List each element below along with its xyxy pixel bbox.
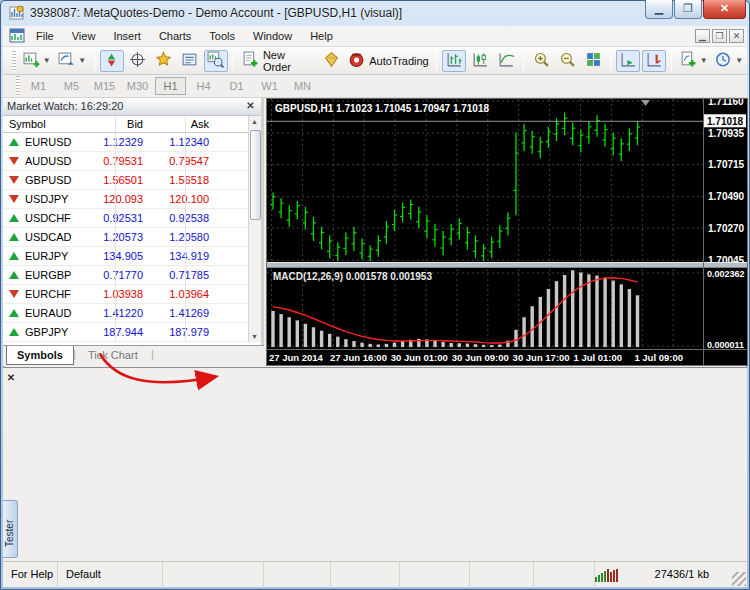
table-row-audusd[interactable]: AUDUSD0.795310.79547 — [3, 152, 248, 171]
navigator-button[interactable] — [152, 50, 176, 72]
menu-item-insert[interactable]: Insert — [104, 26, 150, 47]
table-row-gbpjpy[interactable]: GBPJPY187.944187.979 — [3, 323, 248, 342]
market-watch-close-icon[interactable]: ✕ — [244, 100, 257, 113]
timeframe-d1[interactable]: D1 — [221, 77, 252, 95]
bid-cell: 187.944 — [73, 326, 143, 338]
new-order-button[interactable]: New Order — [239, 50, 318, 72]
chart-window[interactable]: 1.711601.709351.707151.704901.702701.700… — [266, 98, 748, 366]
timeframe-m30[interactable]: M30 — [122, 77, 153, 95]
scroll-up-icon[interactable]: ▲ — [251, 118, 258, 125]
market-watch-button[interactable] — [100, 50, 124, 72]
market-watch-icon — [103, 51, 120, 70]
strategy-tester-button[interactable] — [204, 50, 228, 72]
table-row-usdchf[interactable]: USDCHF0.925310.92538 — [3, 209, 248, 228]
bid-cell: 1.03938 — [73, 288, 143, 300]
auto-scroll-icon — [620, 51, 637, 70]
grid-line — [115, 304, 116, 322]
toolbar-separator — [671, 51, 672, 71]
bid-cell: 1.41220 — [73, 307, 143, 319]
menu-item-window[interactable]: Window — [244, 26, 301, 47]
up-arrow-icon — [9, 233, 19, 241]
timeframe-h1[interactable]: H1 — [155, 77, 186, 95]
minimize-button[interactable]: ▁ — [645, 0, 673, 19]
timeframe-mn[interactable]: MN — [287, 77, 318, 95]
column-bid[interactable]: Bid — [73, 118, 143, 130]
down-arrow-icon — [9, 176, 19, 184]
gbpusd-h1-chart[interactable]: 1.711601.709351.707151.704901.702701.700… — [267, 99, 747, 365]
data-window-button[interactable] — [126, 50, 150, 72]
chevron-down-icon[interactable]: ▼ — [735, 56, 743, 65]
toolbar-separator — [94, 51, 95, 71]
scrollbar-thumb[interactable] — [250, 130, 261, 220]
terminal-button[interactable] — [178, 50, 202, 72]
table-row-eurchf[interactable]: EURCHF1.039381.03964 — [3, 285, 248, 304]
tester-close-icon[interactable]: ✕ — [5, 372, 17, 384]
child-close-button[interactable]: ✕ — [729, 29, 744, 43]
close-button[interactable]: ✕ — [703, 0, 746, 19]
table-row-eurgbp[interactable]: EURGBP0.717700.71785 — [3, 266, 248, 285]
timeframe-w1[interactable]: W1 — [254, 77, 285, 95]
table-row-gbpusd[interactable]: GBPUSD1.565011.56518 — [3, 171, 248, 190]
profiles-button[interactable]: ▼ — [55, 50, 88, 72]
restore-button[interactable]: ❐ — [674, 0, 702, 19]
line-chart-button[interactable] — [494, 50, 518, 72]
timeframe-h4[interactable]: H4 — [188, 77, 219, 95]
menu-item-help[interactable]: Help — [301, 26, 342, 47]
timeframe-m1[interactable]: M1 — [23, 77, 54, 95]
auto-scroll-button[interactable] — [616, 50, 640, 72]
grid-line — [185, 190, 186, 208]
titlebar[interactable]: 3938087: MetaQuotes-Demo - Demo Account … — [0, 0, 750, 26]
candlestick-button[interactable] — [468, 50, 492, 72]
scroll-down-icon[interactable]: ▼ — [251, 333, 258, 340]
chart-shift-button[interactable] — [642, 50, 666, 72]
chart-shift-icon — [646, 51, 663, 70]
grid-line — [185, 209, 186, 227]
menu-item-file[interactable]: File — [27, 26, 63, 47]
column-ask[interactable]: Ask — [141, 118, 209, 130]
time-axis-label: 1 Jul 09:00 — [634, 352, 683, 363]
grid-line — [185, 152, 186, 170]
tile-windows-button[interactable] — [581, 50, 605, 72]
bid-cell: 1.56501 — [73, 174, 143, 186]
menu-item-tools[interactable]: Tools — [200, 26, 244, 47]
market-watch-rows: EURUSD1.123291.12340AUDUSD0.795310.79547… — [3, 133, 248, 342]
grid-line — [185, 285, 186, 303]
indicators-icon — [680, 51, 697, 70]
bar-chart-button[interactable] — [442, 50, 466, 72]
table-row-eurjpy[interactable]: EURJPY134.905134.919 — [3, 247, 248, 266]
metaeditor-button[interactable] — [320, 50, 344, 72]
indicators-button[interactable]: ▼ — [677, 50, 710, 72]
timeframe-m5[interactable]: M5 — [56, 77, 87, 95]
chevron-down-icon[interactable]: ▼ — [78, 56, 86, 65]
tester-side-tab[interactable]: Tester — [3, 500, 18, 558]
column-symbol[interactable]: Symbol — [9, 118, 46, 130]
menu-item-charts[interactable]: Charts — [150, 26, 200, 47]
new-chart-button[interactable]: ▼ — [20, 50, 53, 72]
resize-grip[interactable] — [732, 572, 746, 586]
periods-button[interactable]: ▼ — [713, 50, 746, 72]
chevron-down-icon[interactable]: ▼ — [700, 56, 708, 65]
child-minimize-button[interactable]: ▁ — [695, 29, 710, 43]
bid-cell: 0.79531 — [73, 155, 143, 167]
market-watch-scrollbar[interactable]: ▲ ▼ — [248, 116, 261, 342]
bid-cell: 1.20573 — [73, 231, 143, 243]
line-chart-icon — [498, 51, 515, 70]
window-title: 3938087: MetaQuotes-Demo - Demo Account … — [30, 6, 402, 20]
table-row-usdjpy[interactable]: USDJPY120.093120.100 — [3, 190, 248, 209]
chevron-down-icon[interactable]: ▼ — [43, 56, 51, 65]
child-restore-button[interactable]: ❐ — [712, 29, 727, 43]
tab-symbols[interactable]: Symbols — [6, 346, 74, 365]
zoom-out-button[interactable] — [555, 50, 579, 72]
table-row-usdcad[interactable]: USDCAD1.205731.20580 — [3, 228, 248, 247]
tab-tick-chart[interactable]: Tick Chart — [78, 349, 148, 361]
autotrading-button[interactable]: AutoTrading — [346, 50, 431, 72]
market-watch-title: Market Watch: 16:29:20 — [3, 98, 261, 116]
timeframe-m15[interactable]: M15 — [89, 77, 120, 95]
table-row-euraud[interactable]: EURAUD1.412201.41269 — [3, 304, 248, 323]
menu-item-view[interactable]: View — [63, 26, 105, 47]
zoom-in-button[interactable] — [529, 50, 553, 72]
grid-line — [185, 171, 186, 189]
svg-text:MACD(12,26,9) 0.001578 0.0019: MACD(12,26,9) 0.001578 0.001953 — [273, 271, 432, 282]
status-profile: Default — [60, 562, 163, 588]
table-row-eurusd[interactable]: EURUSD1.123291.12340 — [3, 133, 248, 152]
